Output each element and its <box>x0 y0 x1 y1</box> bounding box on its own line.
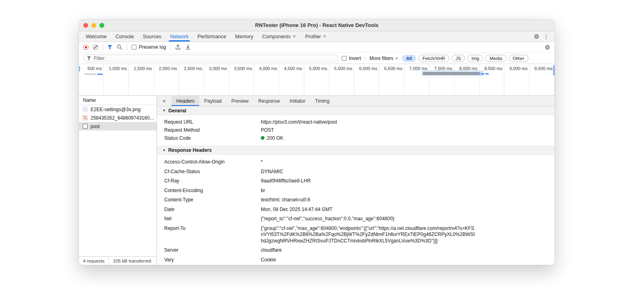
filter-pill-js[interactable]: JS <box>452 55 465 62</box>
close-window-button[interactable] <box>83 23 88 28</box>
image-thumbnail-icon <box>83 107 88 112</box>
header-value: * <box>261 159 477 166</box>
timeline-tick: 4,500 ms <box>279 64 304 95</box>
name-column-header[interactable]: Name <box>79 96 157 105</box>
search-icon[interactable] <box>117 44 122 50</box>
close-icon: × <box>163 97 166 104</box>
header-value: Cookie <box>261 257 477 263</box>
chevron-down-icon: ▾ <box>396 56 398 60</box>
toolbar-divider <box>365 55 365 61</box>
header-name: Content-Type <box>164 197 261 203</box>
devtools-window: RNTester (iPhone 16 Pro) - React Native … <box>79 19 555 265</box>
timeline-tick: 7,000 ms <box>405 64 429 95</box>
more-filters-dropdown[interactable]: More filters ▾ <box>369 56 398 61</box>
header-value: POST <box>261 127 477 133</box>
tab-memory[interactable]: Memory <box>231 31 258 41</box>
filter-input[interactable] <box>94 56 334 61</box>
header-name: Access-Control-Allow-Origin <box>164 159 261 166</box>
timeline-scroll-indicator-right[interactable] <box>553 65 555 75</box>
tab-performance[interactable]: Performance <box>193 31 231 41</box>
requests-count: 4 requests <box>79 257 109 265</box>
tab-console[interactable]: Console <box>111 31 138 41</box>
request-row-258435352[interactable]: 258435352_648609743160... <box>79 114 157 122</box>
details-tab-payload[interactable]: Payload <box>199 96 226 106</box>
timeline-tick: 4,000 ms <box>254 64 279 95</box>
header-name: Request Method <box>164 127 261 133</box>
close-details-button[interactable]: × <box>157 96 171 106</box>
filter-pill-all[interactable]: All <box>402 55 416 62</box>
header-name: Request URL <box>164 119 261 125</box>
waterfall-tick-blue <box>479 72 480 75</box>
header-name: Vary <box>164 257 261 263</box>
tab-components[interactable]: Components⚛ <box>258 31 301 41</box>
details-tab-bar: × Headers Payload Preview Response Initi… <box>157 96 555 106</box>
network-toolbar: Preserve log ⚙ <box>79 42 555 53</box>
document-icon <box>83 124 88 129</box>
zoom-window-button[interactable] <box>99 23 104 28</box>
clear-network-log-icon[interactable] <box>93 45 98 50</box>
details-tab-response[interactable]: Response <box>253 96 285 106</box>
header-value: {"group":"cf-nel","max_age":604800,"endp… <box>261 226 477 244</box>
details-tab-preview[interactable]: Preview <box>227 96 254 106</box>
response-headers-section-header[interactable]: ▼ Response Headers <box>157 146 555 155</box>
traffic-lights <box>83 19 104 31</box>
request-row-e2ee-settings[interactable]: E2EE-settings@3x.png <box>79 105 157 114</box>
header-name: Nel <box>164 216 261 222</box>
minimize-window-button[interactable] <box>91 23 96 28</box>
filter-pill-img[interactable]: Img <box>467 55 483 62</box>
timeline-tick: 2,000 ms <box>154 64 179 95</box>
details-tab-headers[interactable]: Headers <box>171 96 199 106</box>
waterfall-bar-early-blue <box>97 74 103 75</box>
invert-label: Invert <box>349 56 361 61</box>
header-value: {"report_to":"cf-nel","success_fraction"… <box>261 216 477 222</box>
timeline-tick: 6,000 ms <box>354 64 379 95</box>
header-row-access-control-allow-origin: Access-Control-Allow-Origin * <box>157 157 555 167</box>
timeline-tick: 7,500 ms <box>429 64 454 95</box>
timeline-tick: 1,500 ms <box>129 64 154 95</box>
export-har-download-icon[interactable] <box>185 44 191 50</box>
desktop-background: RNTester (iPhone 16 Pro) - React Native … <box>0 0 644 298</box>
filter-pill-media[interactable]: Media <box>485 55 506 62</box>
header-name: Report-To <box>164 226 261 244</box>
tab-sources[interactable]: Sources <box>138 31 166 41</box>
waterfall-bar-early-gray <box>85 74 97 74</box>
network-summary-bar: 4 requests 105 kB transferred <box>79 256 157 265</box>
image-thumbnail-icon <box>83 115 88 120</box>
disclosure-triangle-icon: ▼ <box>163 149 166 152</box>
record-network-log-button[interactable] <box>83 45 89 50</box>
header-name: Cf-Ray <box>164 178 261 184</box>
header-row-nel: Nel {"report_to":"cf-nel","success_fract… <box>157 214 555 224</box>
network-overview-timeline[interactable]: 500 ms 1,000 ms 1,500 ms 2,000 ms 2,500 … <box>79 64 555 96</box>
request-row-post[interactable]: post <box>79 122 157 130</box>
network-filter-bar: Invert More filters ▾ All Fetch/XHR JS I… <box>79 53 555 64</box>
more-options-kebab-icon[interactable]: ⋮ <box>541 34 551 39</box>
details-tab-timing[interactable]: Timing <box>310 96 334 106</box>
more-filters-label: More filters <box>369 56 393 61</box>
timeline-scroll-indicator-left[interactable] <box>79 66 80 71</box>
header-name: Date <box>164 207 261 213</box>
header-value: DYNAMIC <box>261 169 477 175</box>
timeline-tick: 1,000 ms <box>104 64 129 95</box>
timeline-tick: 3,500 ms <box>229 64 254 95</box>
settings-gear-icon[interactable]: ⚙ <box>534 33 539 39</box>
invert-checkbox[interactable] <box>342 56 347 61</box>
timeline-tick: 6,500 ms <box>379 64 404 95</box>
tab-profiler[interactable]: Profiler⚛ <box>301 31 331 41</box>
network-settings-gear-icon[interactable]: ⚙ <box>545 44 550 50</box>
tab-welcome[interactable]: Welcome <box>81 31 111 41</box>
header-row-vary: Vary Cookie <box>157 255 555 265</box>
import-har-upload-icon[interactable] <box>175 44 181 50</box>
request-details-panel: × Headers Payload Preview Response Initi… <box>157 96 555 265</box>
request-name: 258435352_648609743160... <box>91 115 154 121</box>
filter-funnel-icon[interactable] <box>107 45 112 50</box>
general-section-header[interactable]: ▼ General <box>157 106 555 115</box>
filter-pill-fetch-xhr[interactable]: Fetch/XHR <box>419 55 449 62</box>
preserve-log-control: Preserve log <box>132 44 166 50</box>
tab-network[interactable]: Network <box>166 31 193 41</box>
header-row-status-code: Status Code 200 OK <box>157 134 555 142</box>
request-name: E2EE-settings@3x.png <box>91 107 140 112</box>
preserve-log-checkbox[interactable] <box>132 45 136 50</box>
timeline-tick: 2,500 ms <box>179 64 204 95</box>
details-tab-initiator[interactable]: Initiator <box>285 96 310 106</box>
filter-pill-other[interactable]: Other <box>509 55 528 62</box>
